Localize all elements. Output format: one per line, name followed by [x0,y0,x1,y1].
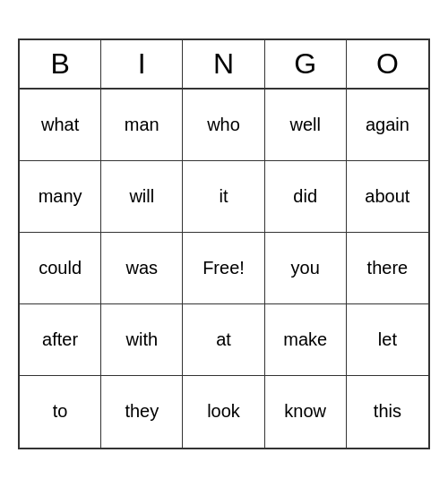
bingo-header: BINGO [20,40,428,90]
bingo-cell[interactable]: there [347,233,428,304]
bingo-cell[interactable]: who [183,90,264,161]
bingo-cell[interactable]: well [265,90,347,161]
bingo-cell[interactable]: again [347,90,428,161]
header-letter: B [20,40,101,88]
bingo-cell[interactable]: many [20,161,101,233]
header-letter: O [347,40,428,88]
bingo-cell[interactable]: did [265,161,347,233]
bingo-cell[interactable]: make [265,304,347,376]
bingo-grid: whatmanwhowellagainmanywillitdidaboutcou… [20,90,428,448]
bingo-cell[interactable]: at [183,304,264,376]
header-letter: I [101,40,183,88]
bingo-cell[interactable]: man [101,90,183,161]
bingo-cell[interactable]: will [101,161,183,233]
bingo-cell[interactable]: was [101,233,183,304]
bingo-cell[interactable]: with [101,304,183,376]
bingo-cell[interactable]: know [265,376,347,448]
bingo-cell[interactable]: you [265,233,347,304]
bingo-cell[interactable]: could [20,233,101,304]
bingo-cell[interactable]: what [20,90,101,161]
bingo-cell[interactable]: about [347,161,428,233]
bingo-cell[interactable]: let [347,304,428,376]
bingo-cell[interactable]: this [347,376,428,448]
header-letter: N [183,40,264,88]
bingo-card: BINGO whatmanwhowellagainmanywillitdidab… [18,38,430,449]
bingo-cell[interactable]: to [20,376,101,448]
header-letter: G [265,40,347,88]
bingo-cell[interactable]: look [183,376,264,448]
bingo-cell[interactable]: they [101,376,183,448]
bingo-cell[interactable]: it [183,161,264,233]
bingo-cell[interactable]: Free! [183,233,264,304]
bingo-cell[interactable]: after [20,304,101,376]
